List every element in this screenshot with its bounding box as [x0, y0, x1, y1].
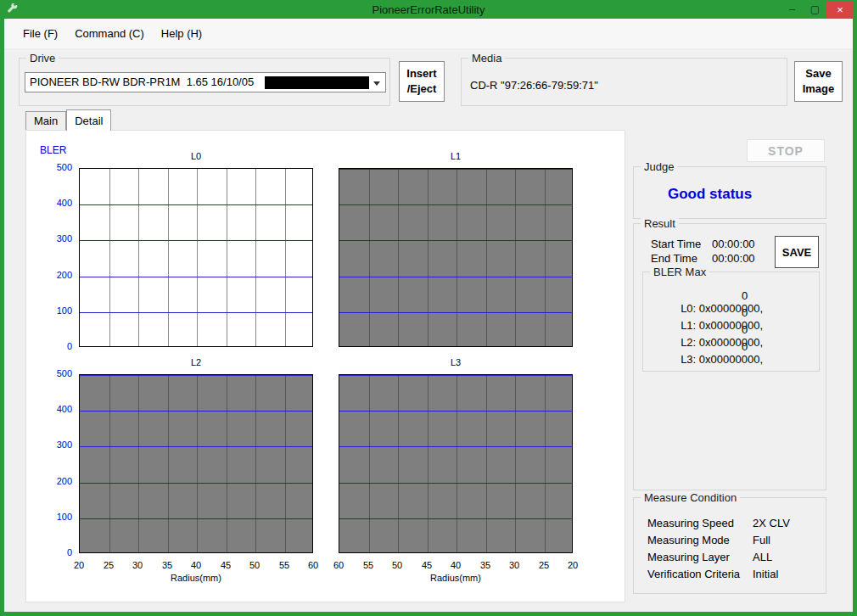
bler-max-l3-value: 0 [742, 340, 748, 353]
menu-help[interactable]: Help (H) [153, 24, 210, 43]
y-tick-label: 100 [43, 512, 72, 522]
gridline-horizontal [80, 375, 312, 376]
chart-L1-plot [339, 168, 573, 347]
bler-max-row-l3: L3: 0x00000000, 0 [650, 340, 763, 356]
x-tick-label: 55 [358, 560, 378, 570]
gridline-horizontal [339, 240, 572, 241]
x-tick-label: 50 [244, 560, 265, 570]
gridline-horizontal [339, 411, 572, 412]
gridline-vertical [285, 375, 286, 552]
y-tick-label: 200 [43, 476, 72, 486]
x-tick-label: 35 [475, 560, 496, 570]
menu-command[interactable]: Command (C) [66, 24, 153, 43]
gridline-vertical [457, 169, 457, 346]
gridline-horizontal [80, 312, 312, 313]
gridline-horizontal [80, 411, 312, 412]
start-time-label: Start Time [651, 238, 701, 250]
gridline-vertical [428, 375, 428, 552]
app-window: PioneerErrorRateUtility – ▢ × File (F) C… [0, 0, 857, 616]
gridline-vertical [398, 169, 399, 346]
chart-L2-plot [79, 374, 313, 553]
gridline-horizontal [80, 277, 312, 277]
close-button[interactable]: × [826, 1, 854, 18]
end-time-value: 00:00:00 [712, 252, 755, 265]
stop-button[interactable]: STOP [747, 139, 825, 162]
gridline-horizontal [80, 518, 312, 519]
gridline-vertical [255, 169, 256, 346]
media-group-label: Media [468, 52, 505, 64]
tab-detail[interactable]: Detail [66, 109, 111, 131]
bler-max-l2-value: 0 [742, 323, 748, 336]
y-tick-label: 0 [43, 341, 72, 351]
gridline-horizontal [339, 204, 572, 205]
menu-file[interactable]: File (F) [14, 24, 66, 43]
media-groupbox: Media CD-R "97:26:66-79:59:71" [461, 58, 787, 106]
tab-main[interactable]: Main [25, 111, 66, 130]
gridline-vertical [428, 169, 428, 346]
bler-max-row-l0: L0: 0x00000000, 0 [650, 289, 763, 305]
insert-eject-label-line1: Insert [406, 66, 436, 81]
gridline-vertical [197, 169, 198, 346]
gridline-horizontal [339, 277, 572, 277]
judge-status-text: Good status [668, 186, 752, 203]
drive-combobox-value: PIONEER BD-RW BDR-PR1M 1.65 16/10/05 [30, 76, 254, 88]
chart-L3-plot [339, 374, 573, 553]
x-tick-label: 45 [216, 560, 236, 570]
x-axis-label: Radius(mm) [162, 573, 230, 583]
insert-eject-label-line2: /Eject [407, 81, 437, 97]
x-tick-label: 20 [563, 560, 583, 570]
y-tick-label: 300 [43, 440, 72, 450]
x-tick-label: 40 [445, 560, 466, 570]
gridline-vertical [515, 169, 516, 346]
measuring-layer-label: Measuring Layer [647, 551, 730, 563]
gridline-vertical [227, 169, 227, 346]
insert-eject-button[interactable]: Insert /Eject [399, 61, 445, 102]
window-title: PioneerErrorRateUtility [0, 3, 857, 16]
gridline-vertical [168, 375, 169, 552]
gridline-vertical [486, 375, 487, 552]
save-image-label-line2: Image [803, 81, 835, 97]
x-tick-label: 55 [274, 560, 294, 570]
bler-max-row-l1: L1: 0x00000000, 0 [650, 306, 763, 322]
result-groupbox: Result Start Time 00:00:00 End Time 00:0… [633, 223, 826, 490]
chart-L0-plot [79, 168, 313, 347]
bler-max-groupbox: BLER Max L0: 0x00000000, 0 L1: 0x0000000… [642, 272, 820, 372]
gridline-vertical [138, 375, 139, 552]
verification-criteria-label: Verification Criteria [647, 568, 740, 580]
x-tick-label: 25 [534, 560, 554, 570]
gridline-vertical [457, 375, 457, 552]
gridline-vertical [255, 375, 256, 552]
gridline-vertical [486, 169, 487, 346]
gridline-vertical [109, 169, 110, 346]
x-tick-label: 60 [328, 560, 349, 570]
drive-group-label: Drive [26, 52, 59, 64]
chart-title-L2: L2 [171, 357, 221, 367]
drive-combobox[interactable]: PIONEER BD-RW BDR-PR1M 1.65 16/10/05 [25, 72, 386, 92]
save-image-button[interactable]: Save Image [794, 61, 843, 102]
gridline-vertical [109, 375, 110, 552]
gridline-vertical [168, 169, 169, 346]
caption-buttons: – ▢ × [781, 1, 854, 18]
save-image-label-line1: Save [805, 66, 831, 81]
gridline-horizontal [80, 204, 312, 205]
chart-title-L1: L1 [430, 151, 481, 161]
measure-condition-group-label: Measure Condition [641, 491, 740, 504]
bler-max-row-l2: L2: 0x00000000, 0 [650, 323, 763, 339]
gridline-horizontal [339, 169, 572, 170]
gridline-vertical [285, 169, 286, 346]
y-axis-title: BLER [40, 144, 66, 156]
gridline-horizontal [339, 518, 572, 519]
minimize-button[interactable]: – [781, 1, 804, 18]
y-tick-label: 400 [43, 198, 72, 208]
bler-max-l3-text: L3: 0x00000000, [681, 353, 763, 366]
gridline-vertical [138, 169, 139, 346]
x-tick-label: 25 [98, 560, 119, 570]
maximize-button[interactable]: ▢ [804, 1, 826, 18]
y-tick-label: 400 [43, 404, 72, 414]
gridline-vertical [545, 169, 546, 346]
save-button[interactable]: SAVE [775, 236, 819, 268]
measuring-mode-value: Full [753, 534, 770, 546]
x-tick-label: 20 [69, 560, 89, 570]
y-tick-label: 500 [43, 162, 72, 172]
judge-group-label: Judge [641, 160, 677, 173]
